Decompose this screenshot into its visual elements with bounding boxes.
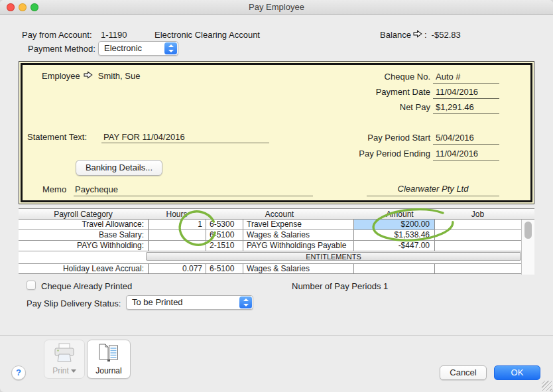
- journal-button[interactable]: Journal: [87, 340, 131, 379]
- pay-from-account-label: Pay from Account:: [22, 30, 92, 40]
- col-header-amount: Amount: [353, 210, 446, 220]
- window-resize-grip[interactable]: [542, 381, 552, 391]
- statement-text-underline: [101, 143, 269, 143]
- pay-slip-delivery-status-value: To be Printed: [132, 297, 183, 307]
- payment-method-select[interactable]: Electronic: [98, 41, 178, 56]
- printer-icon: [52, 355, 76, 365]
- cheque-no-label: Cheque No.: [311, 72, 430, 82]
- memo-value[interactable]: Paycheque: [75, 184, 118, 194]
- cell-account-number[interactable]: 2-1510: [206, 241, 243, 251]
- entitlements-band: ENTITLEMENTS: [146, 252, 521, 261]
- cell-hours[interactable]: 1: [148, 220, 206, 229]
- cheque-no-value[interactable]: Auto #: [436, 72, 461, 82]
- table-row: Base Salary: 6-5100 Wages & Salaries $1,…: [19, 230, 521, 241]
- payment-method-value: Electronic: [104, 43, 142, 53]
- cell-account-name: PAYG Withholdings Payable: [243, 241, 353, 251]
- cheque-already-printed-checkbox[interactable]: [27, 281, 36, 290]
- cell-category: PAYG Withholding:: [19, 241, 148, 251]
- cell-job[interactable]: [434, 220, 521, 229]
- company-signature: Clearwater Pty Ltd: [367, 184, 499, 196]
- cheque-panel: Employee Smith, Sue Cheque No. Auto # Pa…: [19, 61, 534, 204]
- payment-date-underline: [433, 98, 499, 99]
- footer-separator: [0, 335, 553, 336]
- statement-text-value[interactable]: PAY FOR 11/04/2016: [103, 132, 185, 142]
- balance-detail-arrow-icon[interactable]: [413, 30, 422, 40]
- net-pay-value: $1,291.46: [436, 102, 474, 112]
- title-bar: Pay Employee: [0, 0, 553, 15]
- payroll-table-header: Payroll Category Hours Account Amount Jo…: [19, 208, 534, 220]
- print-dropdown-arrow-icon[interactable]: [71, 369, 76, 373]
- employee-name[interactable]: Smith, Sue: [98, 71, 141, 81]
- entitlements-section-row: ENTITLEMENTS: [19, 251, 521, 262]
- payroll-table-body: Travel Allowance: 1 6-5300 Travel Expens…: [19, 220, 521, 274]
- memo-label: Memo: [42, 184, 66, 194]
- table-scrollbar-thumb[interactable]: [524, 222, 532, 239]
- cell-account-number[interactable]: 6-5100: [206, 264, 243, 274]
- employee-label: Employee: [42, 71, 80, 81]
- cell-amount[interactable]: [353, 264, 434, 274]
- cell-hours[interactable]: [148, 241, 206, 251]
- cancel-button[interactable]: Cancel: [440, 365, 487, 380]
- col-header-hours: Hours: [148, 210, 206, 220]
- cell-hours[interactable]: [148, 230, 206, 240]
- cell-amount-selected[interactable]: $200.00: [353, 220, 434, 229]
- pay-period-start-label: Pay Period Start: [311, 133, 430, 143]
- cell-account-name: Wages & Salaries: [243, 264, 353, 274]
- number-of-pay-periods-label: Number of Pay Periods: [292, 281, 381, 291]
- pay-slip-delivery-status-select[interactable]: To be Printed: [126, 295, 253, 310]
- pay-employee-window: Pay Employee Pay from Account: 1-1190 El…: [0, 0, 553, 392]
- table-row: PAYG Withholding: 2-1510 PAYG Withholdin…: [19, 241, 521, 251]
- journal-icon: [96, 355, 121, 365]
- col-header-payroll-category: Payroll Category: [19, 210, 148, 220]
- balance-label: Balance: [380, 30, 411, 40]
- employee-detail-arrow-icon[interactable]: [84, 71, 93, 81]
- cell-category: Travel Allowance:: [19, 220, 148, 229]
- pay-period-ending-value[interactable]: 11/04/2016: [436, 149, 478, 159]
- number-of-pay-periods-value: 1: [383, 281, 388, 291]
- pay-period-start-value[interactable]: 5/04/2016: [436, 133, 474, 143]
- statement-text-label: Statement Text:: [27, 132, 87, 142]
- print-button-label: Print: [52, 366, 69, 375]
- popup-stepper-icon: [164, 42, 177, 54]
- col-header-account: Account: [206, 210, 353, 220]
- pay-period-start-underline: [433, 144, 499, 145]
- banking-details-button[interactable]: Banking Details...: [76, 160, 162, 176]
- pay-from-account-number: 1-1190: [101, 30, 127, 40]
- cheque-already-printed-label: Cheque Already Printed: [41, 281, 132, 291]
- balance-colon: :: [424, 30, 427, 40]
- print-button[interactable]: Print: [44, 340, 85, 379]
- help-button[interactable]: ?: [11, 365, 26, 380]
- cell-job[interactable]: [434, 264, 521, 274]
- payroll-table: Payroll Category Hours Account Amount Jo…: [19, 208, 534, 275]
- cheque-no-underline: [433, 83, 499, 84]
- cell-job[interactable]: [434, 230, 521, 240]
- cell-account-number[interactable]: 6-5100: [206, 230, 243, 240]
- cell-account-name: Travel Expense: [243, 220, 353, 229]
- table-scrollbar[interactable]: [521, 220, 534, 275]
- cell-account-name: Wages & Salaries: [243, 230, 353, 240]
- pay-slip-delivery-status-label: Pay Slip Delivery Status:: [27, 298, 121, 308]
- pay-period-ending-underline: [433, 160, 499, 161]
- journal-button-label: Journal: [88, 366, 130, 375]
- payment-date-label: Payment Date: [311, 87, 430, 97]
- cell-hours[interactable]: 0.077: [148, 264, 206, 274]
- pay-period-ending-label: Pay Period Ending: [311, 149, 430, 159]
- payment-method-label: Payment Method:: [28, 44, 95, 54]
- table-row: Holiday Leave Accrual: 0.077 6-5100 Wage…: [19, 263, 521, 274]
- net-pay-label: Net Pay: [311, 102, 430, 112]
- balance-value: -$52.83: [432, 30, 461, 40]
- cell-amount[interactable]: $1,538.46: [353, 230, 434, 240]
- cell-category: Holiday Leave Accrual:: [19, 264, 148, 274]
- popup-stepper-icon: [239, 296, 252, 308]
- net-pay-underline: [433, 113, 499, 114]
- pay-from-account-name: Electronic Clearing Account: [154, 30, 260, 40]
- table-row: Travel Allowance: 1 6-5300 Travel Expens…: [19, 220, 521, 230]
- cell-job[interactable]: [434, 241, 521, 251]
- ok-button[interactable]: OK: [494, 365, 540, 380]
- memo-underline: [74, 196, 313, 196]
- col-header-job: Job: [434, 210, 521, 220]
- cell-category: Base Salary:: [19, 230, 148, 240]
- payment-date-value[interactable]: 11/04/2016: [436, 87, 478, 97]
- cell-account-number[interactable]: 6-5300: [206, 220, 243, 229]
- cell-amount[interactable]: -$447.00: [353, 241, 434, 251]
